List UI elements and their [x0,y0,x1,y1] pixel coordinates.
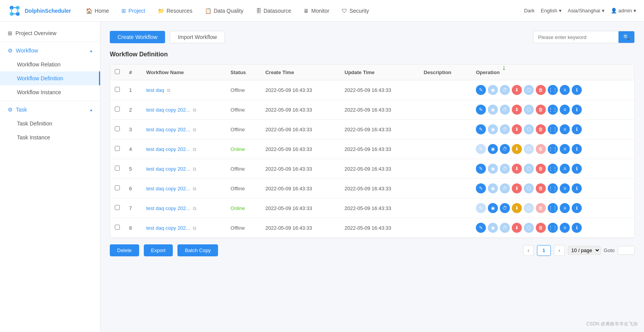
row-checkbox[interactable] [115,87,120,92]
sidebar-item-workflow-relation[interactable]: Workflow Relation [0,58,100,71]
log-button[interactable]: ≡ [560,203,570,213]
nav-datasource[interactable]: 🗄 Datasource [250,5,297,16]
sidebar-item-project-overview[interactable]: ⊞ Project Overview [0,26,100,40]
copy-workflow-button[interactable]: ⬡ [524,183,534,193]
download-button[interactable]: ⬇ [512,164,522,174]
workflow-name-link[interactable]: test daq copy 202... [146,225,190,231]
delete-row-button[interactable]: 🗑 [536,164,546,174]
nav-resources[interactable]: 📁 Resources [152,5,198,16]
row-checkbox[interactable] [115,166,120,171]
goto-input[interactable] [618,246,635,255]
batch-copy-button[interactable]: Batch Copy [177,244,218,256]
workflow-name-link[interactable]: test daq [146,87,164,93]
workflow-name-link[interactable]: test daq copy 202... [146,186,190,191]
edit-button[interactable]: ✎ [476,85,486,95]
timing-button[interactable]: ⏱ [500,183,510,193]
select-all-checkbox[interactable] [115,69,120,74]
delete-row-button[interactable]: 🗑 [536,203,546,213]
copy-name-icon[interactable]: ⧉ [193,107,196,113]
download-button[interactable]: ⬇ [512,105,522,115]
gantt-button[interactable]: ⋮⋮ [548,203,558,213]
log-button[interactable]: ≡ [560,144,570,154]
workflow-name-link[interactable]: test daq copy 202... [146,166,190,172]
edit-button[interactable]: ✎ [476,223,486,233]
copy-name-icon[interactable]: ⧉ [193,186,196,191]
log-button[interactable]: ≡ [560,85,570,95]
copy-workflow-button[interactable]: ⬡ [524,85,534,95]
create-workflow-button[interactable]: Create Workflow [110,31,165,43]
nav-monitor[interactable]: 🖥 Monitor [298,5,335,16]
log-button[interactable]: ≡ [560,105,570,115]
download-button[interactable]: ⬇ [512,124,522,134]
delete-button[interactable]: Delete [110,244,139,256]
info-button[interactable]: ℹ [572,85,582,95]
dark-mode-toggle[interactable]: Dark [524,8,535,14]
timing-button[interactable]: ⏱ [500,124,510,134]
nav-project[interactable]: ⊞ Project [116,5,151,16]
copy-name-icon[interactable]: ⧉ [193,127,196,132]
timezone-selector[interactable]: Asia/Shanghai ▾ [568,8,605,14]
next-page-button[interactable]: › [554,245,565,256]
download-button[interactable]: ⬇ [512,144,522,154]
preview-button[interactable]: ◉ [488,203,498,213]
row-checkbox[interactable] [115,225,120,230]
language-selector[interactable]: English ▾ [541,8,562,14]
workflow-name-link[interactable]: test daq copy 202... [146,205,190,211]
download-button[interactable]: ⬇ [512,203,522,213]
copy-workflow-button[interactable]: ⬡ [524,223,534,233]
copy-name-icon[interactable]: ⧉ [167,88,170,93]
gantt-button[interactable]: ⋮⋮ [548,85,558,95]
sidebar-item-task-instance[interactable]: Task Instance [0,130,100,144]
edit-button[interactable]: ✎ [476,203,486,213]
info-button[interactable]: ℹ [572,124,582,134]
download-button[interactable]: ⬇ [512,85,522,95]
edit-button[interactable]: ✎ [476,164,486,174]
search-input[interactable] [533,32,618,43]
page-size-select[interactable]: 10 / page 20 / page 50 / page [568,246,601,255]
row-checkbox[interactable] [115,185,120,190]
workflow-name-link[interactable]: test daq copy 202... [146,127,190,132]
delete-row-button[interactable]: 🗑 [536,105,546,115]
copy-workflow-button[interactable]: ⬡ [524,105,534,115]
edit-button[interactable]: ✎ [476,105,486,115]
workflow-name-link[interactable]: test daq copy 202... [146,107,190,113]
nav-data-quality[interactable]: 📋 Data Quality [199,5,249,16]
info-button[interactable]: ℹ [572,203,582,213]
log-button[interactable]: ≡ [560,124,570,134]
gantt-button[interactable]: ⋮⋮ [548,105,558,115]
row-checkbox[interactable] [115,107,120,112]
gantt-button[interactable]: ⋮⋮ [548,124,558,134]
info-button[interactable]: ℹ [572,183,582,193]
delete-row-button[interactable]: 🗑 [536,144,546,154]
timing-button[interactable]: ⏱ [500,203,510,213]
log-button[interactable]: ≡ [560,183,570,193]
row-checkbox[interactable] [115,146,120,151]
copy-workflow-button[interactable]: ⬡ [524,203,534,213]
preview-button[interactable]: ◉ [488,105,498,115]
timing-button[interactable]: ⏱ [500,105,510,115]
sidebar-item-task-definition[interactable]: Task Definition [0,117,100,130]
info-button[interactable]: ℹ [572,223,582,233]
import-workflow-button[interactable]: Import Workflow [170,31,225,43]
nav-home[interactable]: 🏠 Home [80,5,114,16]
info-button[interactable]: ℹ [572,164,582,174]
timing-button[interactable]: ⏱ [500,144,510,154]
download-button[interactable]: ⬇ [512,223,522,233]
edit-button[interactable]: ✎ [476,144,486,154]
user-menu[interactable]: 👤 admin ▾ [611,8,636,14]
info-button[interactable]: ℹ [572,144,582,154]
gantt-button[interactable]: ⋮⋮ [548,183,558,193]
preview-button[interactable]: ◉ [488,144,498,154]
delete-row-button[interactable]: 🗑 [536,223,546,233]
copy-name-icon[interactable]: ⧉ [193,166,196,172]
preview-button[interactable]: ◉ [488,223,498,233]
log-button[interactable]: ≡ [560,223,570,233]
gantt-button[interactable]: ⋮⋮ [548,223,558,233]
copy-workflow-button[interactable]: ⬡ [524,144,534,154]
preview-button[interactable]: ◉ [488,183,498,193]
download-button[interactable]: ⬇ [512,183,522,193]
delete-row-button[interactable]: 🗑 [536,124,546,134]
copy-workflow-button[interactable]: ⬡ [524,124,534,134]
copy-name-icon[interactable]: ⧉ [193,225,196,231]
delete-row-button[interactable]: 🗑 [536,183,546,193]
